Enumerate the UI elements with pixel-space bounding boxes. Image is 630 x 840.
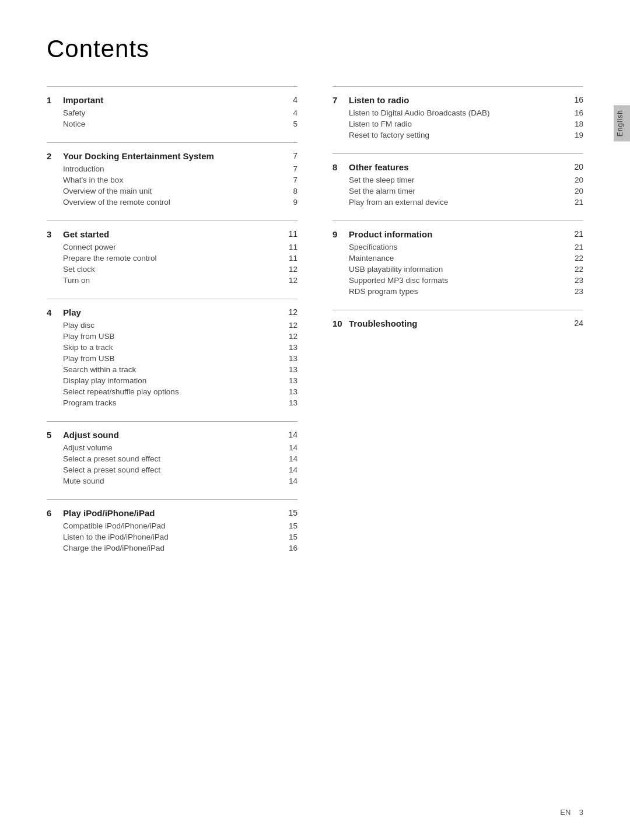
toc-section: 6Play iPod/iPhone/iPad15Compatible iPod/…: [47, 499, 298, 564]
sub-item-page: 22: [569, 265, 583, 274]
sub-item-page: 15: [283, 522, 298, 530]
section-header-row: 8Other features20: [332, 162, 583, 172]
sub-item-page: 13: [283, 376, 298, 385]
section-header-row: 6Play iPod/iPhone/iPad15: [47, 508, 298, 518]
sub-item-row: What's in the box7: [47, 174, 298, 186]
section-page: 21: [569, 229, 583, 239]
sub-item-label: Overview of the main unit: [47, 187, 283, 195]
sub-item-page: 21: [569, 198, 583, 206]
sub-item-row: Overview of the remote control9: [47, 197, 298, 208]
sub-item-row: Set the sleep timer20: [332, 174, 583, 186]
sub-item-row: Adjust volume14: [47, 442, 298, 453]
sub-item-label: USB playability information: [332, 265, 569, 274]
toc-section: 2Your Docking Entertainment System7Intro…: [47, 142, 298, 218]
section-header-row: 9Product information21: [332, 229, 583, 239]
sub-item-label: Supported MP3 disc formats: [332, 276, 569, 285]
sub-item-label: Listen to FM radio: [332, 120, 569, 128]
english-tab: English: [614, 105, 630, 141]
section-page: 14: [283, 430, 298, 439]
sub-item-row: Select a preset sound effect14: [47, 464, 298, 475]
right-column: 7Listen to radio16Listen to Digital Audi…: [332, 86, 583, 566]
sub-item-row: Select a preset sound effect14: [47, 453, 298, 464]
sub-item-page: 14: [283, 443, 298, 452]
sub-item-label: Turn on: [47, 276, 283, 285]
section-header-row: 7Listen to radio16: [332, 95, 583, 105]
sub-item-label: Introduction: [47, 164, 283, 173]
sub-item-page: 8: [283, 187, 298, 195]
toc-section: 9Product information21Specifications21Ma…: [332, 220, 583, 307]
sub-item-page: 20: [569, 176, 583, 184]
section-title: Your Docking Entertainment System: [58, 151, 283, 161]
sub-item-row: Play from an external device21: [332, 197, 583, 208]
section-title: Adjust sound: [58, 430, 283, 440]
sub-item-label: Set the alarm timer: [332, 187, 569, 195]
section-page: 12: [283, 307, 298, 317]
sub-item-page: 13: [283, 354, 298, 363]
sub-item-page: 5: [283, 120, 298, 128]
section-page: 24: [569, 318, 583, 328]
sub-item-label: Prepare the remote control: [47, 254, 283, 262]
sub-item-page: 23: [569, 276, 583, 285]
sub-item-row: Supported MP3 disc formats23: [332, 275, 583, 286]
sub-item-row: Program tracks13: [47, 397, 298, 408]
section-number: 10: [332, 318, 344, 328]
sub-item-row: RDS program types23: [332, 286, 583, 297]
sub-item-row: Set the alarm timer20: [332, 186, 583, 197]
sub-item-page: 12: [283, 276, 298, 285]
sub-item-page: 19: [569, 131, 583, 139]
sub-item-row: Prepare the remote control11: [47, 253, 298, 264]
sub-item-label: Charge the iPod/iPhone/iPad: [47, 544, 283, 552]
section-title: Troubleshooting: [344, 318, 569, 328]
sub-item-row: Search within a track13: [47, 364, 298, 375]
sub-item-page: 14: [283, 454, 298, 463]
sub-item-page: 4: [283, 108, 298, 117]
sub-item-row: USB playability information22: [332, 264, 583, 275]
sub-item-label: Program tracks: [47, 398, 283, 407]
toc-section: 8Other features20Set the sleep timer20Se…: [332, 153, 583, 218]
section-title: Product information: [344, 229, 569, 239]
sub-item-page: 12: [283, 265, 298, 274]
sub-item-page: 20: [569, 187, 583, 195]
section-title: Play iPod/iPhone/iPad: [58, 508, 283, 518]
section-page: 20: [569, 162, 583, 172]
toc-section: 7Listen to radio16Listen to Digital Audi…: [332, 86, 583, 151]
sub-item-row: Safety4: [47, 107, 298, 118]
sub-item-page: 7: [283, 164, 298, 173]
section-page: 11: [283, 229, 298, 239]
sub-item-page: 7: [283, 176, 298, 184]
sub-item-label: Mute sound: [47, 477, 283, 485]
sub-item-label: Play from USB: [47, 332, 283, 341]
section-title: Important: [58, 95, 283, 105]
page-title: Contents: [47, 35, 583, 63]
sub-item-row: Reset to factory setting19: [332, 130, 583, 141]
section-page: 16: [569, 95, 583, 104]
page-container: English Contents 1Important4Safety4Notic…: [0, 0, 630, 840]
sub-item-label: Connect power: [47, 243, 283, 251]
sub-item-row: Connect power11: [47, 242, 298, 253]
section-header-row: 3Get started11: [47, 229, 298, 239]
section-number: 7: [332, 95, 344, 105]
sub-item-row: Select repeat/shuffle play options13: [47, 386, 298, 397]
sub-item-row: Skip to a track13: [47, 342, 298, 353]
sub-item-label: Play disc: [47, 321, 283, 330]
sub-item-row: Set clock12: [47, 264, 298, 275]
section-title: Get started: [58, 229, 283, 239]
section-page: 15: [283, 508, 298, 517]
toc-section: 4Play12Play disc12Play from USB12Skip to…: [47, 299, 298, 419]
section-header-row: 5Adjust sound14: [47, 430, 298, 440]
section-header-row: 2Your Docking Entertainment System7: [47, 151, 298, 161]
sub-item-row: Display play information13: [47, 375, 298, 386]
sub-item-row: Listen to the iPod/iPhone/iPad15: [47, 531, 298, 542]
section-header-row: 1Important4: [47, 95, 298, 105]
sub-item-label: Skip to a track: [47, 343, 283, 352]
sub-item-row: Listen to FM radio18: [332, 118, 583, 130]
sub-item-row: Charge the iPod/iPhone/iPad16: [47, 542, 298, 554]
sub-item-label: Select a preset sound effect: [47, 466, 283, 474]
section-number: 2: [47, 151, 58, 161]
section-title: Other features: [344, 162, 569, 172]
sub-item-label: Select repeat/shuffle play options: [47, 387, 283, 396]
sub-item-page: 13: [283, 398, 298, 407]
sub-item-label: RDS program types: [332, 287, 569, 296]
sub-item-row: Compatible iPod/iPhone/iPad15: [47, 520, 298, 531]
sub-item-label: Search within a track: [47, 365, 283, 374]
